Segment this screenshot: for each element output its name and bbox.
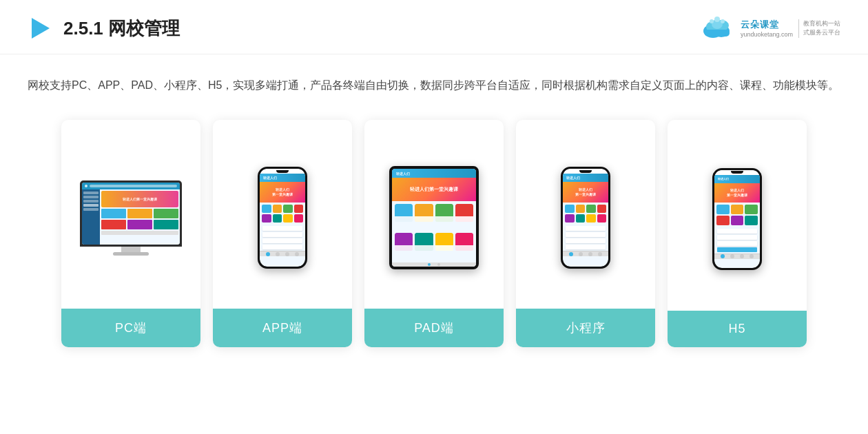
brand-url: yunduoketang.com <box>741 31 793 38</box>
brand-text: 云朵课堂 yunduoketang.com <box>741 19 793 38</box>
card-pc-image: 轻进人们第一堂兴趣课 <box>61 120 200 309</box>
brand-tagline: 教育机构一站 式服务云平台 <box>798 19 840 38</box>
cards-container: 轻进人们第一堂兴趣课 <box>0 110 868 361</box>
title-main: 网校管理 <box>108 18 180 39</box>
svg-point-8 <box>714 17 720 22</box>
svg-marker-0 <box>32 18 50 39</box>
card-app-image: 轻进人们 轻进人们第一堂兴趣课 <box>213 120 352 309</box>
card-app-label: APP端 <box>213 309 352 347</box>
card-pc: 轻进人们第一堂兴趣课 <box>61 120 200 347</box>
brand-icon <box>699 16 735 41</box>
page: 2.5.1 网校管理 <box>0 0 868 434</box>
header-left: 2.5.1 网校管理 <box>28 15 180 41</box>
card-h5-image: 轻进人们 轻进人们第一堂兴趣课 <box>668 120 807 311</box>
card-h5-label: H5 <box>668 311 807 347</box>
card-h5: 轻进人们 轻进人们第一堂兴趣课 <box>668 120 807 347</box>
svg-point-9 <box>721 19 725 23</box>
card-miniapp-image: 轻进人们 轻进人们第一堂兴趣课 <box>516 120 655 309</box>
card-pad-image: 轻进人们 轻进人们第一堂兴趣课 <box>364 120 504 309</box>
tagline-line2: 式服务云平台 <box>803 28 840 38</box>
brand-logo: 云朵课堂 yunduoketang.com 教育机构一站 式服务云平台 <box>699 16 840 41</box>
play-icon <box>28 15 54 41</box>
svg-point-7 <box>710 19 714 23</box>
card-pad-label: PAD端 <box>364 309 504 347</box>
card-app: 轻进人们 轻进人们第一堂兴趣课 <box>213 120 352 347</box>
description: 网校支持PC、APP、PAD、小程序、H5，实现多端打通，产品各终端自由切换，数… <box>0 54 868 110</box>
brand-name: 云朵课堂 <box>741 19 793 31</box>
header: 2.5.1 网校管理 <box>0 0 868 54</box>
card-pc-label: PC端 <box>61 309 200 347</box>
header-title: 2.5.1 网校管理 <box>63 17 180 41</box>
card-miniapp-label: 小程序 <box>516 309 655 347</box>
description-text: 网校支持PC、APP、PAD、小程序、H5，实现多端打通，产品各终端自由切换，数… <box>28 79 839 91</box>
title-prefix: 2.5.1 <box>63 18 108 39</box>
card-miniapp: 轻进人们 轻进人们第一堂兴趣课 <box>516 120 655 347</box>
tagline-line1: 教育机构一站 <box>803 19 840 29</box>
svg-rect-6 <box>705 30 730 37</box>
card-pad: 轻进人们 轻进人们第一堂兴趣课 <box>364 120 504 347</box>
